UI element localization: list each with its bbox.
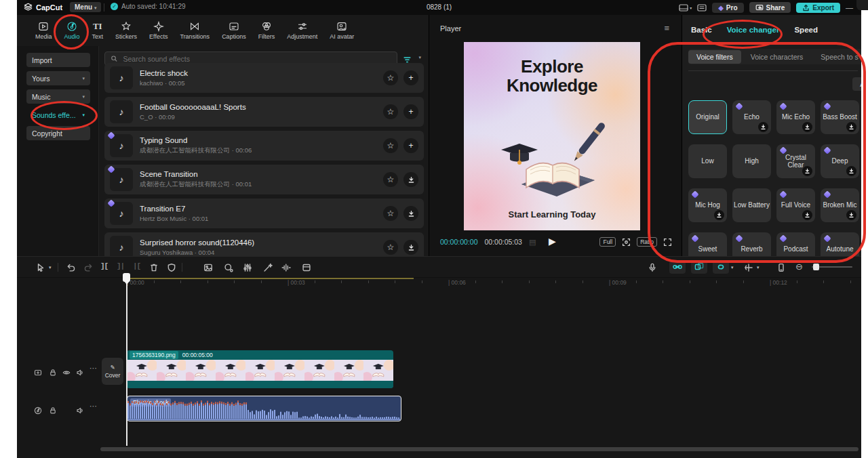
audio-wave-button[interactable] [281,262,291,272]
voice-filter-tile[interactable]: Original [688,100,727,134]
share-button[interactable]: Share [749,2,791,13]
all-filter-button[interactable]: All [852,77,861,91]
subtab-speech-to-song[interactable]: Speech to s [812,50,861,64]
toggle-visibility-icon[interactable] [62,366,71,378]
chevron-down-icon[interactable]: ▾ [731,265,734,270]
magic-wand-button[interactable] [263,262,273,272]
download-button[interactable] [403,240,418,255]
lock-track-icon[interactable] [49,366,57,378]
mute-track-icon[interactable] [76,366,84,378]
full-view-button[interactable]: Full [599,237,616,247]
magnetic-snap-toggle[interactable] [669,260,686,274]
favorite-button[interactable]: ☆ [383,206,398,221]
tab-effects[interactable]: Effects [144,21,172,40]
subtab-voice-characters[interactable]: Voice characters [743,50,812,64]
play-button[interactable]: ▶ [549,236,556,247]
tab-captions[interactable]: Captions [217,21,251,40]
tab-filters[interactable]: Filters [254,21,280,40]
ratio-button[interactable]: Ratio [637,237,657,247]
zoom-out-button[interactable]: ⊖ [795,262,803,272]
voice-filter-tile[interactable]: Deep [821,144,859,178]
minimize-button[interactable]: — [846,3,853,12]
tab-speed[interactable]: Speed [794,26,818,34]
split-button[interactable]: ][ [100,262,108,270]
record-voiceover-button[interactable] [648,262,657,272]
add-to-timeline-button[interactable]: + [403,104,418,119]
delete-button[interactable] [149,262,159,272]
playhead-handle[interactable] [123,273,130,282]
select-tool-button[interactable] [36,262,45,272]
zoom-slider-handle[interactable] [813,264,819,270]
chevron-down-icon[interactable]: ▾ [49,265,52,270]
voice-filter-tile[interactable]: Sweet [688,232,727,256]
export-button[interactable]: Export [796,3,840,13]
sidebar-item-copyright[interactable]: Copyright [26,126,90,140]
sound-effect-item[interactable]: ♪ Typing Sound 成都潜在人工智能科技有限公司 · 00:06 ☆ … [104,131,424,161]
sound-effect-item[interactable]: ♪ Scene Transition 成都潜在人工智能科技有限公司 · 00:0… [104,165,424,194]
tab-adjustment[interactable]: Adjustment [282,21,322,40]
voice-filter-tile[interactable]: High [732,144,771,178]
favorite-button[interactable]: ☆ [383,240,398,255]
sidebar-item-import[interactable]: Import [26,53,90,67]
edit-cover-button[interactable]: ✎ Cover [102,358,123,385]
search-input[interactable] [121,54,391,64]
sidebar-item-yours[interactable]: Yours▾ [26,71,90,85]
subtab-voice-filters[interactable]: Voice filters [688,50,741,64]
sound-effect-item[interactable]: ♪ Electric shock kachiwo · 00:05 ☆ + [104,63,424,93]
tab-basic[interactable]: Basic [691,26,712,34]
voice-filter-tile[interactable]: Low [688,144,727,178]
delete-right-button[interactable]: |[ [133,262,140,270]
fullscreen-button[interactable] [663,236,672,248]
delete-left-button[interactable]: ]| [117,262,124,270]
voice-filter-tile[interactable]: Mic Echo [776,100,815,134]
tab-ai-avatar[interactable]: AI avatar [325,21,359,40]
mirror-phone-button[interactable] [776,262,786,272]
timeline-area[interactable]: | 00:00| 00:03| 00:06| 00:09| 00:12 ⋯ ⋯ … [17,278,861,458]
tab-stickers[interactable]: Stickers [111,21,142,40]
add-to-timeline-button[interactable]: + [403,138,418,153]
voice-filter-tile[interactable]: Bass Boost [821,100,859,134]
audio-clip[interactable]: Electric shock [127,396,401,421]
track-more-icon[interactable]: ⋯ [90,402,97,411]
sound-effect-item[interactable]: ♪ Football GooooooaaaL! Sports C_O · 00:… [104,97,424,127]
tab-voice-changer[interactable]: Voice changer [727,26,780,34]
track-more-icon[interactable]: ⋯ [90,364,97,373]
undo-button[interactable] [66,262,76,272]
mute-track-icon[interactable] [76,404,84,416]
voice-filter-tile[interactable]: Podcast [776,232,815,256]
favorite-button[interactable]: ☆ [383,172,398,187]
favorite-button[interactable]: ☆ [383,70,398,85]
preview-canvas[interactable]: Explore Knowledge Start Learning Today [464,42,640,230]
freeze-frame-button[interactable] [302,262,311,272]
redo-button[interactable] [83,262,93,272]
chevron-down-icon[interactable]: ▾ [757,265,760,270]
voice-filter-tile[interactable]: Reverb [732,232,771,256]
voice-filter-tile[interactable]: Low Battery [732,188,771,222]
tab-text[interactable]: TIText [87,21,108,40]
voice-filter-tile[interactable]: Echo [732,100,771,134]
quality-preview-button[interactable] [622,236,631,248]
favorite-button[interactable]: ☆ [383,104,398,119]
mask-button[interactable] [167,262,176,272]
voice-filter-tile[interactable]: Full Voice [776,188,815,222]
panel-layout-button[interactable] [697,3,707,12]
overlap-toggle[interactable] [691,260,707,274]
voice-filter-tile[interactable]: Autotune [821,232,859,256]
favorite-button[interactable]: ☆ [383,138,398,153]
layout-toggle-button[interactable]: ▾ [679,4,692,12]
tab-transitions[interactable]: Transitions [175,21,214,40]
chevron-down-icon[interactable]: ▾ [418,55,421,60]
download-button[interactable] [403,172,418,187]
voice-filter-tile[interactable]: Mic Hog [688,188,727,222]
export-frame-button[interactable] [203,262,213,272]
pro-button[interactable]: ◆Pro [712,3,743,13]
horizontal-scrollbar[interactable] [100,447,859,451]
preview-axis-button[interactable] [744,262,753,272]
tab-media[interactable]: Media [31,21,57,40]
sticker-brush-button[interactable] [224,262,233,272]
timeline-zoom-slider[interactable] [812,266,852,268]
video-clip[interactable]: 1756363190.png 00:00:05:00 [127,350,393,388]
sound-effect-item[interactable]: ♪ Surprised horror sound(1120446) Suguru… [104,232,424,256]
sidebar-item-music[interactable]: Music▾ [26,89,90,104]
add-to-timeline-button[interactable]: + [403,70,418,85]
